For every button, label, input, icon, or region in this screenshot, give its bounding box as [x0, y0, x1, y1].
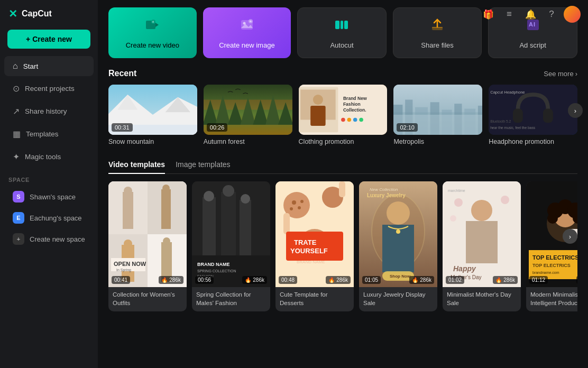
recent-scroll-right[interactable]: › — [568, 103, 583, 118]
template-fire-3: 🔥 286k — [326, 276, 351, 284]
tab-image-templates[interactable]: Image templates — [176, 156, 231, 174]
svg-text:+: + — [152, 20, 154, 24]
template-card-1[interactable]: OPEN NOW In Spring 00:41 🔥 286k Collecti… — [108, 181, 187, 311]
history-icon: ↗ — [13, 106, 20, 116]
recent-title: Recent — [108, 69, 136, 78]
svg-text:Capcut Headphone: Capcut Headphone — [490, 90, 525, 95]
svg-rect-82 — [240, 200, 251, 255]
svg-text:OPEN NOW: OPEN NOW — [114, 261, 146, 267]
notification-icon[interactable]: 🔔 — [521, 5, 539, 23]
svg-rect-112 — [466, 221, 498, 263]
label-forest: Autumn forest — [204, 138, 292, 145]
svg-text:Fashion: Fashion — [343, 102, 360, 107]
thumb-clothing: Brand New Fashion Collection. — [299, 85, 388, 135]
share-files-card[interactable]: Share files — [393, 7, 482, 58]
user-avatar[interactable] — [564, 6, 581, 23]
template-badge-2: 00:56 — [195, 276, 214, 284]
template-cards-row: OPEN NOW In Spring 00:41 🔥 286k Collecti… — [108, 181, 577, 311]
template-card-6[interactable]: TOP ELECTRICS TOP ELECTRICS brandname.co… — [526, 181, 577, 311]
svg-rect-56 — [543, 109, 553, 123]
tab-video-templates[interactable]: Video templates — [108, 156, 165, 174]
space-create-new[interactable]: + Create new space — [4, 229, 94, 249]
sidebar-item-magic[interactable]: ✦ Magic tools — [4, 146, 94, 167]
svg-point-39 — [341, 118, 345, 122]
svg-rect-9 — [335, 21, 339, 29]
share-files-icon — [429, 16, 446, 37]
svg-point-68 — [162, 185, 170, 192]
template-thumb-5: Happy Mother's Day marchtime 01:02 🔥 286… — [443, 181, 521, 287]
label-metropolis: Metropolis — [393, 138, 482, 145]
svg-text:New Collection: New Collection — [370, 187, 398, 192]
template-fire-5: 🔥 286k — [493, 276, 518, 284]
recent-item-snow[interactable]: 00:31 Snow mountain — [108, 85, 197, 145]
svg-text:TRATE: TRATE — [294, 238, 317, 246]
thumb-metropolis: 02:10 — [393, 85, 482, 135]
template-info-3: Cute Template for Desserts — [275, 287, 354, 311]
see-more-button[interactable]: See more › — [544, 70, 577, 78]
recent-item-metropolis[interactable]: 02:10 Metropolis — [393, 85, 482, 145]
gift-icon[interactable]: 🎁 — [479, 5, 497, 23]
template-card-4[interactable]: New Collection Luxury Jewelry Shop Now 0… — [359, 181, 437, 311]
svg-marker-1 — [155, 23, 159, 27]
sidebar-item-start[interactable]: ⌂ Start — [4, 56, 94, 76]
recent-item-headphone[interactable]: Capcut Headphone hear the music, feel th… — [489, 85, 577, 145]
svg-text:Luxury Jewelry: Luxury Jewelry — [367, 192, 406, 198]
svg-rect-55 — [513, 109, 523, 123]
thumb-forest: 00:26 — [204, 85, 292, 135]
create-new-video-card[interactable]: + Create new video — [108, 7, 197, 58]
svg-text:YOURSELF: YOURSELF — [290, 247, 328, 255]
help-icon[interactable]: ? — [543, 5, 561, 23]
template-fire-4: 🔥 286k — [409, 276, 434, 284]
logo-text: CapCut — [22, 9, 52, 19]
svg-text:marchtime: marchtime — [448, 189, 465, 192]
autocut-card[interactable]: Autocut — [297, 7, 387, 58]
svg-text:SPRING COLLECTION: SPRING COLLECTION — [197, 269, 236, 273]
template-card-2[interactable]: BRAND NAME SPRING COLLECTION FASHION 00:… — [192, 181, 270, 311]
svg-point-83 — [241, 194, 250, 204]
svg-rect-13 — [432, 27, 443, 28]
template-badge-1: 00:41 — [112, 276, 130, 284]
space-shawn[interactable]: S Shawn's space — [4, 187, 94, 207]
svg-point-105 — [396, 229, 400, 234]
template-card-3[interactable]: TRATE YOURSELF BRAND NAME 00:48 🔥 286k C… — [275, 181, 354, 311]
create-new-button[interactable]: + Create new — [7, 30, 90, 49]
space-eachung[interactable]: E Eachung's space — [4, 208, 94, 228]
sidebar-item-recent[interactable]: ⊙ Recent projects — [4, 78, 94, 99]
svg-text:BRAND NAME: BRAND NAME — [297, 260, 325, 264]
recent-item-forest[interactable]: 00:26 Autumn forest — [204, 85, 292, 145]
svg-rect-10 — [341, 21, 343, 29]
template-badge-4: 01:05 — [362, 276, 381, 284]
svg-text:+: + — [249, 19, 252, 24]
template-scroll-right[interactable]: › — [563, 229, 577, 244]
template-title-4: Luxury Jewelry Display Sale — [363, 290, 433, 307]
sidebar-item-templates[interactable]: ▦ Templates — [4, 124, 94, 144]
svg-point-79 — [204, 191, 214, 201]
svg-point-70 — [124, 240, 132, 248]
template-title-6: Modern Minimalist Intelligent Product Pr… — [530, 290, 577, 307]
template-card-5[interactable]: Happy Mother's Day marchtime 01:02 🔥 286… — [443, 181, 521, 311]
svg-text:Brand New: Brand New — [343, 96, 366, 101]
svg-point-72 — [163, 237, 170, 245]
template-info-6: Modern Minimalist Intelligent Product Pr… — [526, 287, 577, 311]
svg-text:In Spring: In Spring — [116, 268, 131, 272]
recent-item-clothing[interactable]: Brand New Fashion Collection. Clothing p… — [299, 85, 388, 145]
recent-section-header: Recent See more › — [108, 69, 577, 78]
badge-forest: 00:26 — [207, 123, 228, 132]
label-headphone: Headphone promotion — [489, 138, 577, 145]
template-title-5: Minimalist Mother's Day Sale — [447, 290, 517, 307]
menu-icon[interactable]: ≡ — [500, 5, 518, 23]
template-tabs: Video templates Image templates — [108, 156, 577, 174]
template-info-4: Luxury Jewelry Display Sale — [359, 287, 437, 311]
logo-area: ✕ CapCut — [0, 0, 98, 25]
create-new-image-card[interactable]: + Create new image — [203, 7, 291, 58]
template-fire-1: 🔥 286k — [159, 276, 183, 284]
svg-point-115 — [450, 215, 456, 222]
svg-point-93 — [300, 200, 304, 203]
sidebar-item-history[interactable]: ↗ Share history — [4, 101, 94, 122]
space-label-eachung: Eachung's space — [30, 214, 82, 222]
svg-text:TOP ELECTRICS: TOP ELECTRICS — [532, 263, 571, 268]
template-title-2: Spring Collection for Males' Fashion — [196, 290, 266, 307]
template-info-2: Spring Collection for Males' Fashion — [192, 287, 270, 311]
template-badge-5: 01:02 — [446, 276, 464, 284]
svg-rect-35 — [310, 106, 326, 126]
